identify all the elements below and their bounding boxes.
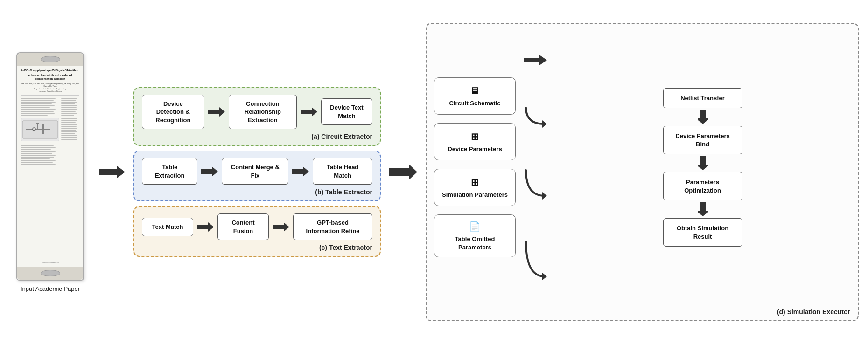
paper-scroll: A-250mV supply-voltage 65dB-gain OTA wit… xyxy=(16,52,84,281)
sim-params-icon: ⊞ xyxy=(471,176,479,189)
table-extractor-box: Table Extraction Content Merge & Fix Tab… xyxy=(133,151,381,201)
device-params-icon: ⊞ xyxy=(471,131,479,143)
svg-marker-19 xyxy=(542,192,547,200)
device-text-match-box: Device Text Match xyxy=(321,98,372,125)
device-parameters-bind-box: Device Parameters Bind xyxy=(663,126,742,154)
simulation-section: 🖥 Circuit Schematic ⊞ Device Parameters … xyxy=(426,23,859,321)
device-detection-box: Device Detection & Recognition xyxy=(142,95,204,130)
svg-marker-20 xyxy=(542,273,547,280)
sim-input-arrows xyxy=(521,30,549,304)
content-fusion-box: Content Fusion xyxy=(217,213,269,240)
paper-col-right xyxy=(61,98,79,260)
paper-to-extractors-arrow xyxy=(99,165,125,179)
svg-marker-16 xyxy=(389,164,417,180)
svg-marker-15 xyxy=(273,222,289,232)
svg-marker-23 xyxy=(698,202,708,216)
gpt-refine-box: GPT-based Information Refine xyxy=(293,213,372,240)
content-merge-box: Content Merge & Fix xyxy=(222,158,288,185)
table-extractor-label: (b) Table Extractor xyxy=(142,188,372,196)
text-match-box: Text Match xyxy=(142,218,193,236)
sim-arrow2 xyxy=(524,105,547,129)
sim-right-flow: Netlist Transfer Device Parameters Bind … xyxy=(555,30,850,304)
svg-marker-22 xyxy=(698,156,708,170)
table-omitted-icon: 📄 xyxy=(469,220,481,233)
scroll-top xyxy=(17,53,83,66)
table-extraction-box: Table Extraction xyxy=(142,158,197,185)
simulation-executor-label: (d) Simulation Executor xyxy=(434,308,850,316)
text-extractor-box: Text Match Content Fusion GPT-based Info… xyxy=(133,206,381,257)
sim-arrow3 xyxy=(524,168,547,200)
device-parameters-label: Device Parameters xyxy=(448,145,502,153)
text-extractor-flow: Text Match Content Fusion GPT-based Info… xyxy=(142,213,372,240)
netlist-transfer-box: Netlist Transfer xyxy=(663,88,742,109)
paper-authors: Tae Won Kim, Ki Chan Won, Seong Kwang Hw… xyxy=(21,83,79,93)
paper-col-left xyxy=(21,98,59,260)
simulation-parameters-box: ⊞ Simulation Parameters xyxy=(434,169,516,206)
circuit-schematic-label: Circuit Schematic xyxy=(449,99,501,108)
extractors-to-simulation-arrow xyxy=(389,163,417,181)
paper-content: A-250mV supply-voltage 65dB-gain OTA wit… xyxy=(17,66,83,267)
circuit-extractor-flow: Device Detection & Recognition Connectio… xyxy=(142,95,372,130)
text-arrow2 xyxy=(273,222,289,232)
paper-figure xyxy=(21,118,59,141)
table-arrow2 xyxy=(292,166,309,177)
circuit-arrow1 xyxy=(208,107,225,117)
svg-marker-11 xyxy=(301,107,317,117)
flow-arrow3 xyxy=(698,200,708,218)
table-omitted-label: Table Omitted Parameters xyxy=(441,235,509,251)
svg-marker-17 xyxy=(524,55,547,65)
sim-inputs: 🖥 Circuit Schematic ⊞ Device Parameters … xyxy=(434,30,516,304)
svg-rect-0 xyxy=(22,121,58,138)
scroll-bottom xyxy=(17,267,83,280)
sim-arrow1 xyxy=(524,54,547,67)
circuit-extractor-label: (a) Circuit Extractor xyxy=(142,133,372,140)
sim-arrow4 xyxy=(524,239,547,281)
table-arrow1 xyxy=(201,166,218,177)
extractors-section: Device Detection & Recognition Connectio… xyxy=(133,87,381,257)
flow-arrow1 xyxy=(698,108,708,126)
circuit-schematic-box: 🖥 Circuit Schematic xyxy=(434,77,516,115)
table-omitted-parameters-box: 📄 Table Omitted Parameters xyxy=(434,214,516,257)
svg-marker-21 xyxy=(698,110,708,124)
parameters-optimization-box: Parameters Optimization xyxy=(663,172,742,200)
main-container: A-250mV supply-voltage 65dB-gain OTA wit… xyxy=(9,9,859,335)
circuit-arrow2 xyxy=(301,107,317,117)
text-arrow1 xyxy=(197,222,214,232)
obtain-simulation-result-box: Obtain Simulation Result xyxy=(663,218,742,247)
table-extractor-flow: Table Extraction Content Merge & Fix Tab… xyxy=(142,158,372,185)
table-head-match-box: Table Head Match xyxy=(313,158,372,185)
circuit-extractor-box: Device Detection & Recognition Connectio… xyxy=(133,87,381,146)
svg-marker-13 xyxy=(292,167,309,176)
paper-title: A-250mV supply-voltage 65dB-gain OTA wit… xyxy=(21,69,79,73)
connection-relationship-box: Connection Relationship Extraction xyxy=(229,95,297,130)
circuit-schematic-icon: 🖥 xyxy=(470,85,479,97)
paper-label: Input Academic Paper xyxy=(21,285,80,292)
svg-marker-14 xyxy=(197,222,214,232)
svg-marker-9 xyxy=(99,166,125,178)
svg-marker-10 xyxy=(208,107,225,117)
svg-marker-18 xyxy=(542,120,547,128)
simulation-inner: 🖥 Circuit Schematic ⊞ Device Parameters … xyxy=(434,30,850,304)
simulation-parameters-label: Simulation Parameters xyxy=(442,191,508,199)
paper-title2: enhanced bandwidth and a reduced compens… xyxy=(21,74,79,81)
paper-columns xyxy=(21,98,79,260)
svg-marker-12 xyxy=(201,167,218,176)
text-extractor-label: (c) Text Extractor xyxy=(142,244,372,251)
paper-section: A-250mV supply-voltage 65dB-gain OTA wit… xyxy=(9,52,91,292)
device-parameters-box: ⊞ Device Parameters xyxy=(434,123,516,160)
flow-arrow2 xyxy=(698,154,708,172)
paper-divider xyxy=(21,95,79,96)
